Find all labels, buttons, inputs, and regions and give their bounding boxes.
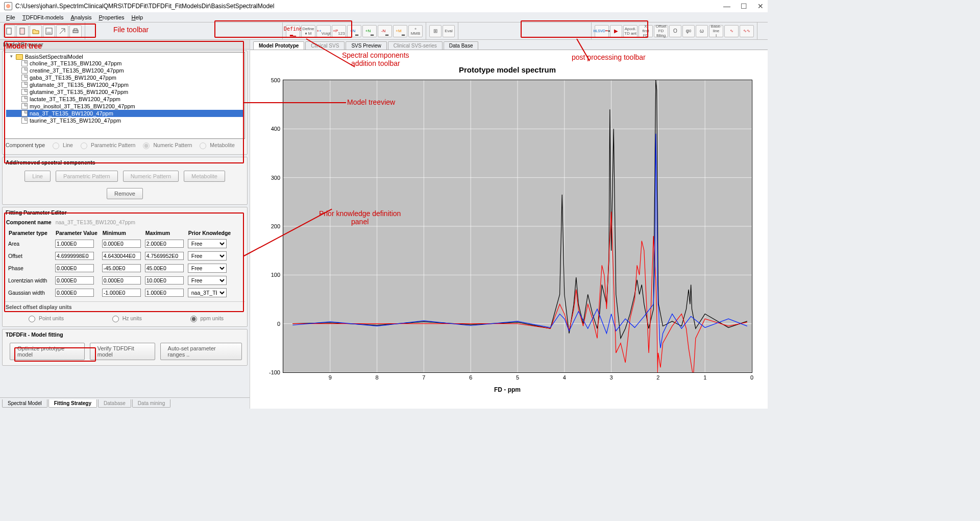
svg-rect-4 bbox=[73, 30, 78, 33]
tab-svs-preview[interactable]: SVS Preview bbox=[346, 41, 386, 50]
plus-m-icon[interactable]: +M▂ bbox=[393, 25, 407, 37]
comp-type-metabolite: Metabolite bbox=[197, 141, 234, 149]
plus-plus-voigt-icon[interactable]: ++Voigt bbox=[316, 25, 331, 37]
param-min-input[interactable] bbox=[102, 289, 141, 297]
param-min-input[interactable] bbox=[102, 264, 141, 272]
tree-item[interactable]: glutamine_3T_TE135_BW1200_47ppm bbox=[6, 88, 243, 96]
baseline1-icon[interactable]: Base-lineI bbox=[709, 25, 723, 37]
remove-button[interactable]: Remove bbox=[107, 188, 143, 199]
play-icon[interactable]: ▶ bbox=[610, 25, 622, 37]
btab-database[interactable]: Database bbox=[98, 399, 131, 408]
tree-item[interactable]: naa_3T_TE135_BW1200_47ppm bbox=[6, 110, 243, 117]
tree-item[interactable]: myo_inositol_3T_TE135_BW1200_47ppm bbox=[6, 103, 243, 110]
param-value-input[interactable] bbox=[55, 240, 94, 248]
tree-item[interactable]: gaba_3T_TE135_BW1200_47ppm bbox=[6, 74, 243, 81]
menu-properties[interactable]: Properties bbox=[95, 13, 127, 21]
eval-icon[interactable]: Eval bbox=[443, 25, 455, 37]
y-tick: -100 bbox=[269, 369, 283, 375]
param-pk-select[interactable]: Free bbox=[188, 276, 227, 285]
tree-item[interactable]: taurine_3T_TE135_BW1200_47ppm bbox=[6, 117, 243, 124]
unit-hz[interactable]: Hz units bbox=[110, 314, 142, 322]
menu-analysis[interactable]: Analysis bbox=[67, 13, 94, 21]
tree-item[interactable]: lactate_3T_TE135_BW1200_47ppm bbox=[6, 96, 243, 103]
param-value-input[interactable] bbox=[55, 276, 94, 285]
param-max-input[interactable] bbox=[145, 240, 184, 248]
add-metabolite-button[interactable]: Metabolite bbox=[184, 171, 225, 182]
open-icon[interactable] bbox=[30, 25, 42, 37]
close-button[interactable]: ✕ bbox=[757, 2, 764, 10]
optimize-button[interactable]: Optimize prototype model bbox=[10, 343, 85, 360]
baseline2-icon[interactable]: ∿ bbox=[724, 25, 739, 37]
define-line-icon[interactable]: Define▂▁ bbox=[286, 25, 300, 37]
hdr-max: Maximum bbox=[143, 229, 185, 237]
menu-file[interactable]: File bbox=[3, 13, 18, 21]
tree-item-label: creatine_3T_TE135_BW1200_47ppm bbox=[30, 67, 124, 74]
tree-item[interactable]: creatine_3T_TE135_BW1200_47ppm bbox=[6, 67, 243, 74]
minus-n-icon[interactable]: -N▂ bbox=[378, 25, 392, 37]
tree-root[interactable]: ▾ BasisSetSpectralModel bbox=[6, 54, 243, 60]
param-pk-select[interactable]: Free bbox=[188, 251, 227, 260]
param-pk-select[interactable]: naa_3T_TE1... bbox=[188, 288, 227, 297]
param-max-input[interactable] bbox=[145, 252, 184, 260]
add-line-button[interactable]: Line bbox=[24, 171, 51, 182]
apodi-icon[interactable]: Apodi.TD ant bbox=[623, 25, 638, 37]
param-min-input[interactable] bbox=[102, 276, 141, 285]
svg-rect-0 bbox=[7, 28, 11, 34]
save-icon[interactable] bbox=[43, 25, 55, 37]
plot[interactable]: -10001002003004005009876543210 bbox=[283, 80, 752, 373]
new-icon[interactable] bbox=[3, 25, 15, 37]
param-min-input[interactable] bbox=[102, 252, 141, 260]
param-value-input[interactable] bbox=[55, 252, 94, 260]
verify-button[interactable]: Verify TDFDFit model bbox=[90, 343, 155, 360]
zoom-icon[interactable]: ⊞ bbox=[429, 25, 442, 37]
print-icon[interactable] bbox=[69, 25, 82, 37]
tree-item[interactable]: choline_3T_TE135_BW1200_47ppm bbox=[6, 60, 243, 67]
param-pk-select[interactable]: Free bbox=[188, 264, 227, 273]
tab-clinical-svs[interactable]: Clinical SVS bbox=[305, 41, 345, 50]
expand-icon[interactable]: ▾ bbox=[9, 55, 14, 59]
param-value-input[interactable] bbox=[55, 289, 94, 297]
omega-icon[interactable]: ω bbox=[696, 25, 708, 37]
minimize-button[interactable]: — bbox=[723, 2, 730, 10]
unit-ppm[interactable]: ppm units bbox=[188, 314, 224, 322]
plus-n-blue-icon[interactable]: +N▂ bbox=[347, 25, 361, 37]
btab-fitting-strategy[interactable]: Fitting Strategy bbox=[48, 399, 97, 408]
add-numeric-button[interactable]: Numeric Pattern bbox=[123, 171, 179, 182]
unit-point[interactable]: Point units bbox=[26, 314, 64, 322]
param-max-input[interactable] bbox=[145, 276, 184, 285]
plus-p-icon[interactable]: +P123 bbox=[332, 25, 346, 37]
tab-database[interactable]: Data Base bbox=[444, 41, 479, 50]
offset-filling-icon[interactable]: OffsetFDfilling bbox=[654, 25, 668, 37]
hlsvd-icon[interactable]: HLSVD━● bbox=[595, 25, 609, 37]
tree-item[interactable]: glutamate_3T_TE135_BW1200_47ppm bbox=[6, 81, 243, 88]
param-pk-select[interactable]: Free bbox=[188, 239, 227, 248]
comp-type-line: Line bbox=[50, 141, 73, 149]
zero-order-icon[interactable]: O bbox=[669, 25, 681, 37]
param-max-input[interactable] bbox=[145, 289, 184, 297]
menu-help[interactable]: Help bbox=[129, 13, 146, 21]
new-doc-icon[interactable] bbox=[16, 25, 29, 37]
plus-n-green-icon[interactable]: +N▂ bbox=[362, 25, 377, 37]
first-fd-icon[interactable]: XfirstFD bbox=[639, 25, 653, 37]
btab-spectral-model[interactable]: Spectral Model bbox=[2, 399, 47, 408]
plus-mmb-icon[interactable]: +MMB bbox=[408, 25, 423, 37]
param-max-input[interactable] bbox=[145, 264, 184, 272]
param-value-input[interactable] bbox=[55, 264, 94, 272]
add-parametric-button[interactable]: Parametric Pattern bbox=[56, 171, 118, 182]
baseline3-icon[interactable]: ∿∿ bbox=[740, 25, 754, 37]
model-tree[interactable]: ▾ BasisSetSpectralModel choline_3T_TE135… bbox=[5, 52, 245, 139]
phi-icon[interactable]: φ0 bbox=[682, 25, 695, 37]
tab-clinical-svs-series[interactable]: Clinical SVS-series bbox=[388, 41, 443, 50]
maximize-button[interactable]: ☐ bbox=[741, 2, 747, 10]
delete-icon[interactable] bbox=[56, 25, 68, 37]
autoset-button[interactable]: Auto-set parameter ranges .. bbox=[160, 343, 242, 360]
define-m-icon[interactable]: Define♦ M bbox=[301, 25, 315, 37]
btab-data-mining[interactable]: Data mining bbox=[132, 399, 170, 408]
x-tick: 5 bbox=[516, 372, 519, 381]
menu-tdfdfit-models[interactable]: TDFDFit-models bbox=[19, 13, 67, 21]
param-min-input[interactable] bbox=[102, 240, 141, 248]
hdr-pk: Prior Knowledge bbox=[186, 229, 233, 237]
tab-model-prototype[interactable]: Model Prototype bbox=[253, 41, 304, 50]
model-fitting-title: TDFDFit - Model fitting bbox=[5, 330, 245, 340]
file-icon bbox=[21, 82, 28, 88]
